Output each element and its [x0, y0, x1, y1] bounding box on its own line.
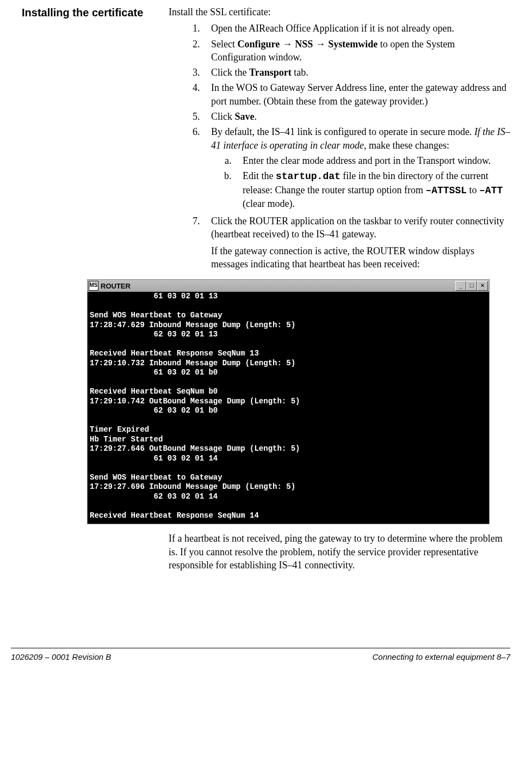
- step-2: Select Configure → NSS → Systemwide to o…: [202, 38, 510, 64]
- arrow-icon: →: [313, 39, 328, 50]
- maximize-button[interactable]: □: [466, 281, 477, 291]
- menu-systemwide: Systemwide: [328, 39, 378, 50]
- text: Select: [211, 39, 237, 50]
- step-6a: Enter the clear mode address and port in…: [234, 154, 510, 167]
- text: Edit the: [243, 170, 276, 181]
- window-titlebar[interactable]: MS ROUTER _ □ ×: [88, 280, 489, 292]
- step-6b: Edit the startup.dat file in the bin dir…: [234, 169, 510, 210]
- text: tab.: [292, 67, 308, 78]
- close-button[interactable]: ×: [477, 281, 488, 291]
- text: If the gateway connection is active, the…: [211, 244, 510, 271]
- minimize-button[interactable]: _: [455, 281, 466, 291]
- router-console-window: MS ROUTER _ □ × 61 03 02 01 13 Send WOS …: [87, 279, 490, 524]
- step-5: Click Save.: [202, 110, 510, 123]
- footer-right: Connecting to external equipment 8–7: [372, 652, 510, 663]
- instruction-list: Open the AIReach Office Application if i…: [169, 22, 510, 271]
- step-3: Click the Transport tab.: [202, 66, 510, 79]
- code-option-to: –ATT: [479, 185, 503, 196]
- menu-nss: NSS: [295, 39, 313, 50]
- code-option-from: –ATTSSL: [425, 185, 467, 196]
- footer-left: 1026209 – 0001 Revision B: [11, 652, 111, 663]
- console-output: 61 03 02 01 13 Send WOS Heartbeat to Gat…: [88, 292, 489, 524]
- text: By default, the IS–41 link is configured…: [211, 126, 474, 137]
- text: Click the: [211, 67, 249, 78]
- code-filename: startup.dat: [276, 171, 341, 182]
- step-6: By default, the IS–41 link is configured…: [202, 125, 510, 210]
- text: make these changes:: [366, 140, 449, 151]
- tab-transport: Transport: [249, 67, 292, 78]
- text: Click: [211, 111, 235, 122]
- arrow-icon: →: [280, 39, 295, 50]
- save-label: Save: [235, 111, 255, 122]
- window-icon: MS: [89, 281, 98, 291]
- menu-configure: Configure: [237, 39, 280, 50]
- step-1: Open the AIReach Office Application if i…: [202, 22, 510, 35]
- text: Click the ROUTER application on the task…: [211, 214, 510, 241]
- intro-text: Install the SSL certificate:: [169, 5, 510, 19]
- sub-steps: Enter the clear mode address and port in…: [211, 154, 510, 210]
- window-title: ROUTER: [101, 281, 455, 291]
- step-4: In the WOS to Gateway Server Address lin…: [202, 81, 510, 108]
- text: to: [467, 185, 479, 195]
- section-heading: Installing the certificate: [11, 5, 158, 20]
- page-footer: 1026209 – 0001 Revision B Connecting to …: [11, 648, 510, 663]
- text: (clear mode).: [243, 198, 295, 209]
- step-7: Click the ROUTER application on the task…: [202, 214, 510, 271]
- text: .: [255, 111, 257, 122]
- closing-paragraph: If a heartbeat is not received, ping the…: [169, 532, 510, 572]
